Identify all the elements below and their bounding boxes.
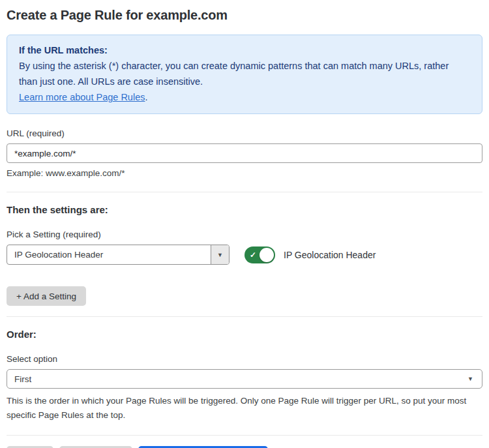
setting-dropdown-value: IP Geolocation Header [7,245,211,264]
order-section-heading: Order: [7,329,482,340]
info-box-link-line: Learn more about Page Rules. [19,89,470,105]
setting-dropdown-button[interactable]: ▼ [211,245,229,264]
check-icon: ✓ [250,250,256,260]
setting-toggle[interactable]: ✓ [244,246,275,263]
add-setting-button[interactable]: + Add a Setting [7,286,86,306]
chevron-down-icon: ▼ [467,376,473,382]
chevron-down-icon: ▼ [217,252,223,258]
url-field-label: URL (required) [7,128,482,138]
pick-setting-label: Pick a Setting (required) [7,230,482,239]
url-example-hint: Example: www.example.com/* [7,168,482,178]
setting-row: IP Geolocation Header ▼ ✓ IP Geolocation… [7,245,482,265]
info-box-heading: If the URL matches: [19,42,470,58]
divider [7,192,482,192]
info-box-body: By using the asterisk (*) character, you… [19,58,449,89]
order-help-text: This is the order in which your Page Rul… [7,394,476,423]
setting-toggle-label: IP Geolocation Header [284,250,376,260]
divider [7,316,482,317]
order-select[interactable]: First ▼ [7,369,482,389]
page-title: Create a Page Rule for example.com [7,8,482,23]
setting-dropdown[interactable]: IP Geolocation Header ▼ [7,245,230,265]
url-match-info-box: If the URL matches: By using the asteris… [7,35,482,114]
link-suffix: . [145,92,147,102]
divider [7,435,482,436]
settings-section-heading: Then the settings are: [7,204,482,215]
toggle-knob [259,248,274,262]
order-select-label: Select option [7,354,482,364]
order-select-value: First [14,374,31,384]
page-rule-form: Create a Page Rule for example.com If th… [0,0,489,448]
url-input[interactable] [7,143,482,163]
learn-more-link[interactable]: Learn more about Page Rules [19,92,145,102]
